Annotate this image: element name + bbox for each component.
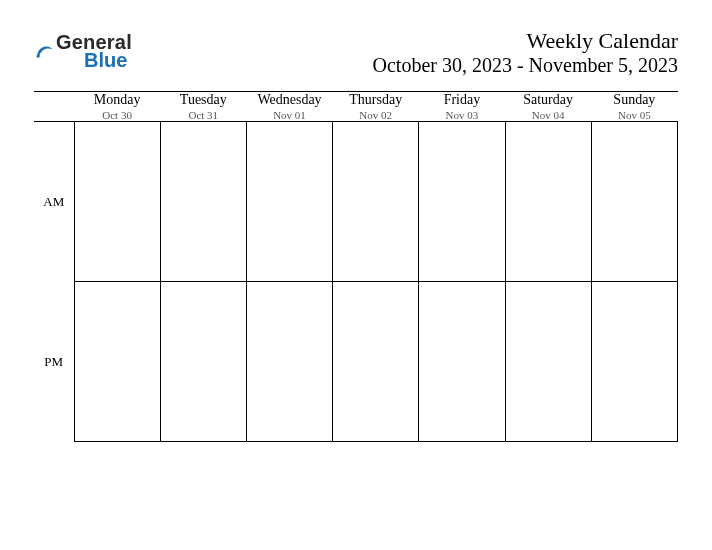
swoosh-icon [34, 41, 54, 61]
day-name: Saturday [505, 92, 591, 108]
day-name: Thursday [333, 92, 419, 108]
day-header: Saturday Nov 04 [505, 92, 591, 122]
calendar-cell[interactable] [160, 282, 246, 442]
header-row: Monday Oct 30 Tuesday Oct 31 Wednesday N… [34, 92, 678, 122]
day-header: Sunday Nov 05 [591, 92, 677, 122]
day-date: Nov 02 [333, 109, 419, 121]
header: General Blue Weekly Calendar October 30,… [34, 28, 678, 77]
am-row: AM [34, 122, 678, 282]
title-block: Weekly Calendar October 30, 2023 - Novem… [373, 28, 679, 77]
day-name: Wednesday [246, 92, 332, 108]
day-date: Oct 31 [160, 109, 246, 121]
day-date: Nov 03 [419, 109, 505, 121]
day-header: Tuesday Oct 31 [160, 92, 246, 122]
calendar-cell[interactable] [160, 122, 246, 282]
svg-point-0 [37, 54, 40, 57]
page-title: Weekly Calendar [373, 28, 679, 54]
period-label-pm: PM [34, 282, 74, 442]
calendar-cell[interactable] [419, 282, 505, 442]
calendar-cell[interactable] [246, 282, 332, 442]
day-header: Friday Nov 03 [419, 92, 505, 122]
calendar-cell[interactable] [333, 282, 419, 442]
day-name: Sunday [591, 92, 677, 108]
pm-row: PM [34, 282, 678, 442]
calendar-cell[interactable] [505, 282, 591, 442]
calendar-cell[interactable] [505, 122, 591, 282]
period-label-am: AM [34, 122, 74, 282]
day-date: Nov 05 [591, 109, 677, 121]
day-date: Nov 04 [505, 109, 591, 121]
day-header: Wednesday Nov 01 [246, 92, 332, 122]
calendar-cell[interactable] [419, 122, 505, 282]
date-range: October 30, 2023 - November 5, 2023 [373, 54, 679, 77]
weekly-calendar-page: General Blue Weekly Calendar October 30,… [0, 0, 712, 550]
day-name: Tuesday [160, 92, 246, 108]
calendar-cell[interactable] [74, 282, 160, 442]
day-date: Nov 01 [246, 109, 332, 121]
day-date: Oct 30 [74, 109, 160, 121]
calendar-cell[interactable] [591, 122, 677, 282]
calendar-cell[interactable] [74, 122, 160, 282]
calendar-grid: Monday Oct 30 Tuesday Oct 31 Wednesday N… [34, 92, 678, 442]
calendar-cell[interactable] [246, 122, 332, 282]
calendar-cell[interactable] [591, 282, 677, 442]
day-name: Monday [74, 92, 160, 108]
brand-logo: General Blue [34, 28, 132, 70]
calendar-cell[interactable] [333, 122, 419, 282]
brand-word-2: Blue [84, 50, 132, 70]
header-spacer [34, 92, 74, 122]
day-header: Monday Oct 30 [74, 92, 160, 122]
day-header: Thursday Nov 02 [333, 92, 419, 122]
day-name: Friday [419, 92, 505, 108]
